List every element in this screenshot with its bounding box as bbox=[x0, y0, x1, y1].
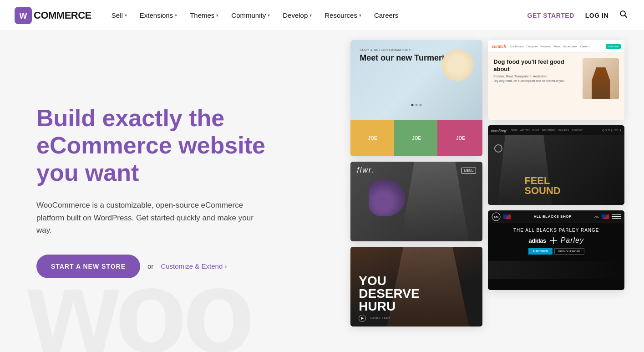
aig-logo: AIG bbox=[594, 215, 599, 218]
turmeric-bowl-image bbox=[441, 49, 473, 81]
screenshots-col-right: scratch Our Recipe Compare Reviews About… bbox=[488, 40, 624, 290]
scratch-text: Dog food you'll feel good about Fresher,… bbox=[493, 58, 579, 99]
allblacks-body: THE ALL BLACKS PARLEY RANGE adidas Parle… bbox=[488, 223, 624, 259]
product-row: JOE JOE JOE bbox=[350, 120, 482, 156]
search-icon[interactable] bbox=[618, 8, 629, 22]
get-started-button[interactable]: GET STARTED bbox=[526, 8, 576, 23]
huru-text: YOU DESERVE HURU bbox=[359, 275, 419, 313]
screenshot-allblacks: ADI ALL BLACKS SHOP AIG THE ALL BLACKS P… bbox=[488, 210, 624, 290]
huru-controls: SWIPE LEFT bbox=[359, 315, 390, 322]
nav-item-resources[interactable]: Resources ▾ bbox=[319, 8, 367, 23]
chevron-down-icon: ▾ bbox=[359, 13, 361, 18]
login-button[interactable]: LOG IN bbox=[583, 8, 610, 23]
strandberg-logo: strandberg* bbox=[491, 129, 507, 132]
navbar: W COMMERCE Sell ▾ Extensions ▾ Themes ▾ … bbox=[0, 0, 644, 31]
start-new-store-button[interactable]: START A NEW STORE bbox=[36, 255, 140, 278]
huru-swipe-text: SWIPE LEFT bbox=[370, 317, 390, 320]
scratch-subtext: Fresher, Real, Transparent, Australian.D… bbox=[493, 74, 579, 83]
site-logo[interactable]: W COMMERCE bbox=[15, 7, 91, 24]
svg-line-3 bbox=[625, 15, 627, 18]
scratch-cta-btn: Try for free! bbox=[606, 44, 621, 49]
scratch-product-image bbox=[583, 58, 619, 99]
hero-description: WooCommerce is a customizable, open-sour… bbox=[36, 199, 255, 236]
scratch-dog-image bbox=[589, 67, 612, 99]
nav-item-develop[interactable]: Develop ▾ bbox=[277, 8, 317, 23]
screenshot-flwr: flwr. MENU bbox=[350, 162, 482, 241]
allblacks-bottom-section bbox=[488, 261, 624, 279]
nav-links: Sell ▾ Extensions ▾ Themes ▾ Community ▾… bbox=[106, 8, 526, 23]
sponsor-flag bbox=[602, 214, 609, 219]
flwr-logo: flwr. bbox=[357, 166, 375, 174]
nav-item-careers[interactable]: Careers bbox=[369, 8, 404, 23]
huru-title-line2: DESERVE bbox=[359, 287, 419, 300]
huru-title-line3: HURU bbox=[359, 300, 419, 313]
chevron-down-icon: ▾ bbox=[216, 13, 218, 18]
flwr-menu: MENU bbox=[461, 168, 477, 173]
allblacks-parley-title: THE ALL BLACKS PARLEY RANGE bbox=[513, 228, 599, 233]
svg-text:W: W bbox=[20, 11, 27, 20]
chevron-down-icon: ▾ bbox=[309, 13, 312, 18]
product-item-1: JOE bbox=[350, 120, 395, 156]
plus-icon bbox=[550, 237, 557, 244]
svg-text:ADI: ADI bbox=[494, 215, 499, 218]
logo-text: COMMERCE bbox=[34, 10, 91, 21]
strandberg-text: FEEL SOUND bbox=[524, 176, 560, 196]
strandberg-sound: SOUND bbox=[524, 186, 560, 196]
find-out-more-button[interactable]: FIND OUT MORE bbox=[554, 248, 584, 255]
hero-title: Build exactly the eCommerce website you … bbox=[36, 105, 291, 186]
strandberg-nav: SHOP ARTISTS BUILD INDUSTRIES DEALERS SU… bbox=[511, 129, 598, 132]
carousel-dots bbox=[411, 104, 422, 106]
parley-logo: Parley bbox=[561, 236, 584, 245]
chevron-down-icon: ▾ bbox=[125, 13, 127, 18]
huru-play-button bbox=[359, 315, 366, 322]
chevron-down-icon: ▾ bbox=[268, 13, 270, 18]
product-item-2: JOE bbox=[395, 120, 439, 156]
allblacks-logos: adidas Parley bbox=[528, 236, 584, 245]
huru-title-line1: YOU bbox=[359, 275, 419, 287]
nav-item-sell[interactable]: Sell ▾ bbox=[106, 8, 132, 23]
nz-flag bbox=[503, 214, 511, 219]
nav-item-community[interactable]: Community ▾ bbox=[226, 8, 275, 23]
screenshot-turmeric: Cozy & Anti-Inflammatory: Meet our new T… bbox=[350, 40, 482, 156]
screenshot-huru: YOU DESERVE HURU SWIPE LEFT bbox=[350, 247, 482, 326]
hero-left: Build exactly the eCommerce website you … bbox=[0, 31, 322, 352]
screenshot-scratch: scratch Our Recipe Compare Reviews About… bbox=[488, 40, 624, 120]
allblacks-title: ALL BLACKS SHOP bbox=[513, 214, 592, 219]
strandberg-feel: FEEL bbox=[524, 176, 560, 186]
allblacks-header: ADI ALL BLACKS SHOP AIG bbox=[488, 210, 624, 223]
scratch-headline: Dog food you'll feel good about bbox=[493, 58, 579, 72]
hero-right: Cozy & Anti-Inflammatory: Meet our new T… bbox=[322, 31, 644, 352]
strandberg-header: strandberg* SHOP ARTISTS BUILD INDUSTRIE… bbox=[488, 125, 624, 135]
flwr-flowers bbox=[369, 180, 405, 216]
scratch-body: Dog food you'll feel good about Fresher,… bbox=[488, 53, 624, 105]
hero-section: Build exactly the eCommerce website you … bbox=[0, 31, 644, 352]
nav-item-themes[interactable]: Themes ▾ bbox=[184, 8, 224, 23]
chevron-down-icon: ▾ bbox=[175, 13, 177, 18]
scratch-nav: Our Recipe Compare Reviews About My acco… bbox=[510, 45, 602, 48]
scratch-header: scratch Our Recipe Compare Reviews About… bbox=[488, 40, 624, 53]
customize-extend-link[interactable]: Customize & Extend › bbox=[161, 262, 227, 270]
strandberg-body: FEEL SOUND bbox=[488, 135, 624, 205]
hero-cta: START A NEW STORE or Customize & Extend … bbox=[36, 255, 295, 278]
allblacks-menu bbox=[612, 214, 621, 220]
adidas-logo: adidas bbox=[528, 237, 546, 244]
adidas-header-logo: ADI bbox=[492, 212, 501, 221]
nav-right: GET STARTED LOG IN bbox=[526, 8, 629, 23]
scratch-logo: scratch bbox=[492, 44, 506, 49]
screenshots-col-left: Cozy & Anti-Inflammatory: Meet our new T… bbox=[350, 40, 482, 326]
screenshot-strandberg: strandberg* SHOP ARTISTS BUILD INDUSTRIE… bbox=[488, 125, 624, 205]
cta-or-text: or bbox=[147, 262, 153, 270]
allblacks-buttons: SHOP NOW FIND OUT MORE bbox=[528, 248, 584, 255]
product-item-3: JOE bbox=[439, 120, 483, 156]
nav-item-extensions[interactable]: Extensions ▾ bbox=[134, 8, 183, 23]
shop-now-button[interactable]: SHOP NOW bbox=[528, 248, 553, 255]
